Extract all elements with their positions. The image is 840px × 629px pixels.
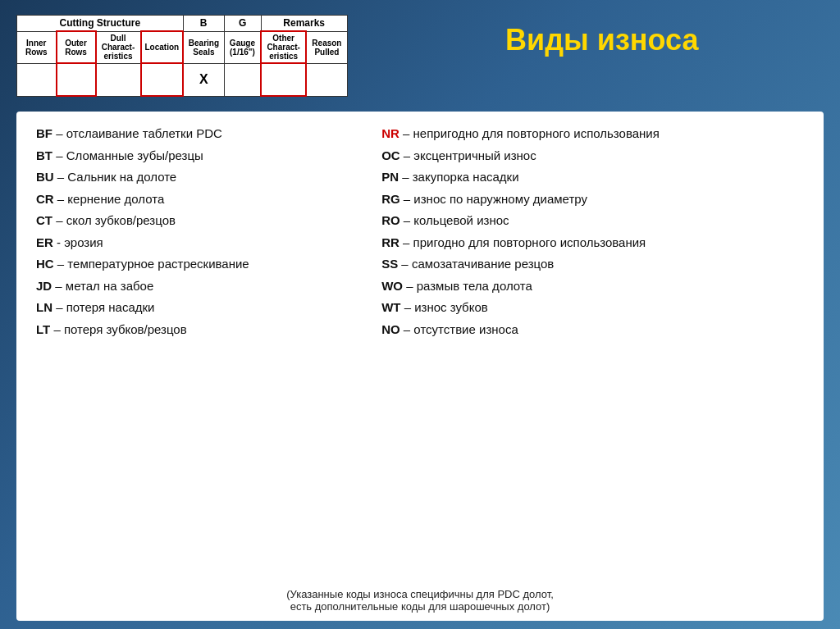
data-inner <box>17 63 57 96</box>
data-gauge <box>224 63 261 96</box>
wear-code: LN <box>36 300 52 314</box>
col-dull: Dull Charact-eristics <box>96 31 141 63</box>
right-wear-item: NO – отсутствие износа <box>381 321 804 340</box>
data-dull <box>96 63 141 96</box>
left-wear-item: ER - эрозия <box>36 234 381 253</box>
wear-code: WT <box>381 300 400 314</box>
col-reason-pulled: Reason Pulled <box>306 31 347 63</box>
wear-code: JD <box>36 279 52 293</box>
col-inner-rows: Inner Rows <box>17 31 57 63</box>
footer-note: (Указанные коды износа специфичны для PD… <box>36 583 804 613</box>
right-wear-item: SS – самозатачивание резцов <box>381 255 804 274</box>
page-title: Виды износа <box>348 15 824 57</box>
wear-table: Cutting Structure B G Remarks Inner Rows… <box>16 15 348 97</box>
wear-code: RO <box>381 213 400 227</box>
right-wear-item: PN – закупорка насадки <box>381 168 804 187</box>
col-other: Other Charact-eristics <box>261 31 306 63</box>
left-wear-item: CT – скол зубков/резцов <box>36 212 381 230</box>
content-area: BF – отслаивание таблетки PDCBT – Сломан… <box>16 112 824 621</box>
col-gauge: Gauge (1/16") <box>224 31 261 63</box>
col-location: Location <box>141 31 184 63</box>
wear-code: CT <box>36 213 52 227</box>
wear-code: PN <box>381 170 399 184</box>
left-wear-item: HC – температурное растрескивание <box>36 255 381 274</box>
right-wear-item: WT – износ зубков <box>381 299 804 317</box>
left-wear-item: BT – Сломанные зубы/резцы <box>36 147 381 166</box>
cutting-structure-header: Cutting Structure <box>17 16 184 32</box>
right-wear-item: RG – износ по наружному диаметру <box>381 190 804 209</box>
left-wear-item: JD – метал на забое <box>36 277 381 296</box>
right-wear-item: RR – пригодно для повторного использован… <box>381 234 804 253</box>
wear-code: OC <box>381 148 400 162</box>
data-outer <box>57 63 96 96</box>
table-container: Cutting Structure B G Remarks Inner Rows… <box>16 15 348 97</box>
data-reason <box>306 63 347 96</box>
wear-code: BT <box>36 148 52 162</box>
left-wear-item: BF – отслаивание таблетки PDC <box>36 125 381 144</box>
wear-code: NR <box>381 126 399 140</box>
col-bearing-seals: Bearing Seals <box>183 31 224 63</box>
wear-code: LT <box>36 322 50 336</box>
wear-code: BU <box>36 170 54 184</box>
left-column: BF – отслаивание таблетки PDCBT – Сломан… <box>36 125 381 577</box>
data-bearing-seals: X <box>183 63 224 96</box>
content-columns: BF – отслаивание таблетки PDCBT – Сломан… <box>36 125 804 577</box>
wear-code: ER <box>36 235 53 249</box>
data-location <box>141 63 184 96</box>
footer-line2: есть дополнительные коды для шарошечных … <box>36 600 804 613</box>
remarks-header: Remarks <box>261 16 347 32</box>
wear-code: NO <box>381 322 400 336</box>
main-container: Cutting Structure B G Remarks Inner Rows… <box>0 0 840 629</box>
wear-code: HC <box>36 257 54 271</box>
left-wear-item: BU – Сальник на долоте <box>36 168 381 187</box>
right-wear-item: NR – непригодно для повторного использов… <box>381 125 804 144</box>
wear-code: RR <box>381 235 399 249</box>
wear-code: BF <box>36 126 52 140</box>
wear-code: WO <box>381 279 403 293</box>
right-column: NR – непригодно для повторного использов… <box>381 125 804 577</box>
left-wear-item: LT – потеря зубков/резцов <box>36 321 381 340</box>
left-wear-item: CR – кернение долота <box>36 190 381 209</box>
wear-code: RG <box>381 192 400 206</box>
right-wear-item: OC – эксцентричный износ <box>381 147 804 166</box>
left-wear-item: LN – потеря насадки <box>36 299 381 317</box>
wear-code: SS <box>381 257 398 271</box>
wear-code: CR <box>36 192 54 206</box>
right-wear-item: WO – размыв тела долота <box>381 277 804 296</box>
b-header: B <box>183 16 224 32</box>
g-header: G <box>224 16 261 32</box>
right-wear-item: RO – кольцевой износ <box>381 212 804 230</box>
col-outer-rows: Outer Rows <box>57 31 96 63</box>
top-section: Cutting Structure B G Remarks Inner Rows… <box>16 15 824 97</box>
footer-line1: (Указанные коды износа специфичны для PD… <box>36 588 804 600</box>
data-other <box>261 63 306 96</box>
